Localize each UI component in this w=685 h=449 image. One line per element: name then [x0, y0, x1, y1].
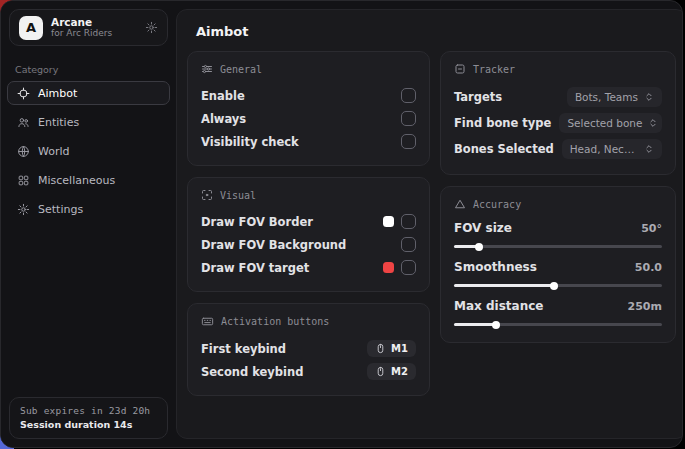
sidebar-item-world[interactable]: World — [7, 139, 170, 163]
card-title: Activation buttons — [221, 316, 329, 327]
sidebar-item-miscellaneous[interactable]: Miscellaneous — [7, 168, 170, 192]
setting-row-bones-selected: Bones Selected Head, Neck, Body, Fe... — [454, 136, 662, 162]
slider-label-row: Smoothness 50.0 — [454, 258, 662, 276]
sidebar-item-label: Miscellaneous — [38, 174, 115, 187]
setting-label: Draw FOV target — [201, 261, 309, 275]
slider-thumb[interactable] — [550, 282, 558, 290]
card-title: Tracker — [473, 64, 515, 75]
subscription-box: Sub expires in 23d 20h Session duration … — [9, 397, 168, 439]
card-visual-header: Visual — [201, 189, 416, 201]
sidebar: A Arcane for Arc Riders Category — [1, 1, 176, 447]
tracker-icon — [454, 63, 466, 75]
setting-row-fov-border: Draw FOV Border — [201, 210, 416, 233]
brand-name: Arcane — [51, 16, 137, 28]
app-window: A Arcane for Arc Riders Category — [0, 0, 683, 448]
color-swatch-red[interactable] — [383, 262, 394, 273]
sidebar-item-settings[interactable]: Settings — [7, 197, 170, 221]
brand-text: Arcane for Arc Riders — [51, 16, 137, 38]
enable-checkbox[interactable] — [401, 88, 416, 103]
slider-value: 50° — [641, 222, 662, 235]
card-general: General Enable Always Visibility check — [187, 51, 430, 166]
second-keybind-button[interactable]: M2 — [367, 363, 416, 380]
sidebar-item-label: Settings — [38, 203, 83, 216]
card-activation-header: Activation buttons — [201, 315, 416, 328]
setting-label: Draw FOV Border — [201, 215, 313, 229]
card-accuracy: Accuracy FOV size 50° — [440, 186, 676, 343]
crosshair-icon — [17, 87, 30, 100]
sidebar-nav: Aimbot Entities World — [1, 81, 176, 221]
globe-icon — [17, 145, 30, 158]
setting-label: FOV size — [454, 221, 512, 235]
select-value: Head, Neck, Body, Fe... — [570, 143, 638, 155]
fov-size-slider[interactable] — [454, 245, 662, 248]
slider-fill — [454, 284, 554, 287]
brand-subtitle: for Arc Riders — [51, 28, 137, 38]
card-title: Accuracy — [473, 199, 521, 210]
category-label: Category — [15, 64, 162, 75]
main-wrap: Aimbot General — [176, 1, 683, 447]
setting-row-fov-target: Draw FOV target — [201, 256, 416, 279]
keybind-value: M1 — [391, 343, 408, 354]
sidebar-item-aimbot[interactable]: Aimbot — [7, 81, 170, 105]
setting-label: Max distance — [454, 299, 543, 313]
keyboard-icon — [201, 315, 214, 328]
gear-icon[interactable] — [145, 21, 158, 34]
grid-icon — [17, 174, 30, 187]
max-distance-slider[interactable] — [454, 323, 662, 326]
triangle-icon — [454, 198, 466, 210]
setting-row-first-keybind: First keybind M1 — [201, 337, 416, 360]
settings-gear-icon — [17, 203, 30, 216]
card-tracker: Tracker Targets Bots, Teams — [440, 51, 676, 175]
setting-row-second-keybind: Second keybind M2 — [201, 360, 416, 383]
session-duration-text: Session duration 14s — [20, 419, 157, 430]
brand-logo: A — [19, 16, 43, 40]
fov-border-checkbox[interactable] — [401, 214, 416, 229]
setting-row-fov-background: Draw FOV Background — [201, 233, 416, 256]
color-swatch-white[interactable] — [383, 216, 394, 227]
mouse-icon — [375, 343, 386, 354]
setting-label: Enable — [201, 89, 245, 103]
targets-select[interactable]: Bots, Teams — [567, 87, 662, 107]
select-value: Selected bone — [567, 117, 642, 129]
setting-label: Targets — [454, 90, 502, 104]
page-title: Aimbot — [196, 24, 676, 39]
setting-row-visibility-check: Visibility check — [201, 130, 416, 153]
users-icon — [17, 116, 30, 129]
focus-icon — [201, 189, 213, 201]
card-accuracy-header: Accuracy — [454, 198, 662, 210]
brand-box: A Arcane for Arc Riders — [9, 9, 168, 46]
sliders-icon — [201, 63, 213, 75]
smoothness-slider[interactable] — [454, 284, 662, 287]
setting-label: Always — [201, 112, 246, 126]
fov-background-checkbox[interactable] — [401, 237, 416, 252]
card-visual: Visual Draw FOV Border Draw FOV Backgrou… — [187, 177, 430, 292]
visibility-check-checkbox[interactable] — [401, 134, 416, 149]
fov-target-checkbox[interactable] — [401, 260, 416, 275]
setting-row-always: Always — [201, 107, 416, 130]
setting-label: Find bone type — [454, 116, 551, 130]
first-keybind-button[interactable]: M1 — [367, 340, 416, 357]
slider-group-smoothness: Smoothness 50.0 — [454, 258, 662, 287]
sub-expiry-text: Sub expires in 23d 20h — [20, 405, 157, 416]
card-activation: Activation buttons First keybind M1 — [187, 303, 430, 396]
slider-thumb[interactable] — [492, 321, 500, 329]
setting-row-enable: Enable — [201, 84, 416, 107]
slider-thumb[interactable] — [475, 243, 483, 251]
column-left: General Enable Always Visibility check — [187, 51, 430, 396]
always-checkbox[interactable] — [401, 111, 416, 126]
column-right: Tracker Targets Bots, Teams — [440, 51, 676, 343]
sidebar-item-entities[interactable]: Entities — [7, 110, 170, 134]
find-bone-type-select[interactable]: Selected bone — [559, 113, 662, 133]
mouse-icon — [375, 366, 386, 377]
setting-label: Second keybind — [201, 365, 303, 379]
sidebar-spacer — [1, 221, 176, 389]
card-title: Visual — [220, 190, 256, 201]
slider-value: 50.0 — [635, 261, 662, 274]
bones-selected-select[interactable]: Head, Neck, Body, Fe... — [562, 139, 662, 159]
keybind-value: M2 — [391, 366, 408, 377]
select-value: Bots, Teams — [575, 91, 638, 103]
slider-group-fov-size: FOV size 50° — [454, 219, 662, 248]
main-panel: Aimbot General — [176, 9, 683, 439]
setting-label: Visibility check — [201, 135, 299, 149]
setting-label: Bones Selected — [454, 142, 554, 156]
